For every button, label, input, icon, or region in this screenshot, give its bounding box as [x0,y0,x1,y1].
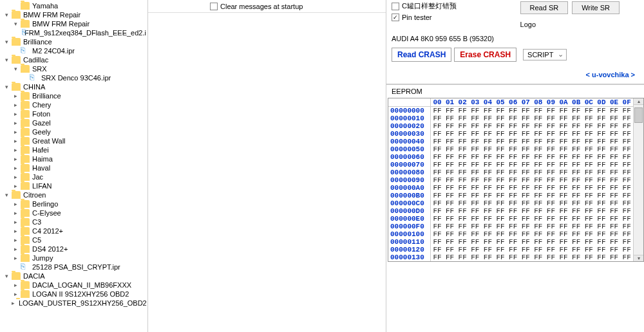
hex-byte[interactable]: FF [494,176,507,184]
hex-byte[interactable]: FF [519,184,532,192]
hex-byte[interactable]: FF [507,153,520,161]
hex-byte[interactable]: FF [570,122,583,130]
hex-row[interactable]: 000000B0FFFFFFFFFFFFFFFFFFFFFFFFFFFFFFFF [388,192,633,199]
toggle-icon[interactable]: ▾ [3,83,10,91]
hex-byte[interactable]: FF [557,199,570,207]
tree-folder[interactable]: ▸Geely [0,127,147,136]
erase-crash-button[interactable]: Erase CRASH [454,48,516,62]
hex-row[interactable]: 00000120FFFFFFFFFFFFFFFFFFFFFFFFFFFFFFFF [388,246,633,254]
toggle-icon[interactable]: ▾ [12,20,19,28]
hex-byte[interactable]: FF [595,130,608,138]
hex-byte[interactable]: FF [494,153,507,161]
tree-folder[interactable]: ▾Cadillac [0,55,147,64]
hex-byte[interactable]: FF [469,230,482,238]
hex-byte[interactable]: FF [494,192,507,199]
tree-view[interactable]: Yamaha▾BMW FRM Repair▾BMW FRM RepairFRM_… [0,0,148,332]
hex-byte[interactable]: FF [519,115,532,122]
hex-byte[interactable]: FF [494,122,507,130]
tree-folder[interactable]: ▸Berlingo [0,199,147,208]
toggle-icon[interactable]: ▾ [3,38,10,46]
hex-byte[interactable]: FF [532,122,545,130]
hex-byte[interactable]: FF [444,107,457,115]
hex-byte[interactable]: FF [557,207,570,215]
hex-byte[interactable]: FF [545,223,558,230]
hex-byte[interactable]: FF [595,207,608,215]
hex-byte[interactable]: FF [532,176,545,184]
hex-byte[interactable]: FF [482,199,495,207]
tree-folder[interactable]: ▸LOGAN_DUSTER_9S12XHY256_OBD2 [0,299,147,308]
hex-byte[interactable]: FF [444,207,457,215]
hex-byte[interactable]: FF [444,169,457,176]
hex-byte[interactable]: FF [582,230,595,238]
toggle-icon[interactable]: ▸ [12,119,19,127]
write-sr-button[interactable]: Write SR [572,1,620,14]
hex-byte[interactable]: FF [545,192,558,199]
hex-byte[interactable]: FF [557,223,570,230]
hex-byte[interactable]: FF [557,107,570,115]
hex-byte[interactable]: FF [545,130,558,138]
hex-byte[interactable]: FF [456,215,469,223]
author-link[interactable]: < u-vovchika > [392,62,639,80]
hex-byte[interactable]: FF [431,215,444,223]
hex-byte[interactable]: FF [482,122,495,130]
tree-folder[interactable]: ▸DS4 2012+ [0,244,147,254]
hex-byte[interactable]: FF [620,230,633,238]
hex-byte[interactable]: FF [469,223,482,230]
hex-row[interactable]: 00000030FFFFFFFFFFFFFFFFFFFFFFFFFFFFFFFF [388,130,633,138]
hex-byte[interactable]: FF [507,130,520,138]
hex-byte[interactable]: FF [608,215,621,223]
hex-byte[interactable]: FF [494,199,507,207]
hex-byte[interactable]: FF [620,145,633,153]
hex-byte[interactable]: FF [595,223,608,230]
hex-byte[interactable]: FF [431,153,444,161]
hex-byte[interactable]: FF [507,223,520,230]
hex-byte[interactable]: FF [608,145,621,153]
script-select[interactable]: SCRIPT [523,49,567,60]
hex-byte[interactable]: FF [482,107,495,115]
hex-byte[interactable]: FF [519,169,532,176]
hex-byte[interactable]: FF [545,230,558,238]
hex-byte[interactable]: FF [545,238,558,246]
hex-byte[interactable]: FF [469,153,482,161]
hex-byte[interactable]: FF [494,238,507,246]
hex-byte[interactable]: FF [444,153,457,161]
tree-folder[interactable]: ▸Jac [0,172,147,181]
hex-byte[interactable]: FF [595,215,608,223]
hex-byte[interactable]: FF [582,207,595,215]
toggle-icon[interactable]: ▸ [12,209,19,217]
hex-byte[interactable]: FF [494,215,507,223]
hex-row[interactable]: 00000090FFFFFFFFFFFFFFFFFFFFFFFFFFFFFFFF [388,176,633,184]
toggle-icon[interactable] [12,2,19,10]
toggle-icon[interactable]: ▸ [12,254,19,262]
hex-byte[interactable]: FF [557,138,570,145]
hex-byte[interactable]: FF [494,115,507,122]
hex-byte[interactable]: FF [456,115,469,122]
hex-byte[interactable]: FF [431,176,444,184]
hex-byte[interactable]: FF [519,215,532,223]
hex-row[interactable]: 00000080FFFFFFFFFFFFFFFFFFFFFFFFFFFFFFFF [388,169,633,176]
toggle-icon[interactable]: ▸ [12,299,15,307]
hex-byte[interactable]: FF [582,223,595,230]
tree-folder[interactable]: ▸LIFAN [0,181,147,190]
hex-byte[interactable]: FF [557,130,570,138]
hex-byte[interactable]: FF [456,130,469,138]
toggle-icon[interactable]: ▸ [12,173,19,181]
hex-byte[interactable]: FF [620,122,633,130]
hex-row[interactable]: 00000110FFFFFFFFFFFFFFFFFFFFFFFFFFFFFFFF [388,238,633,246]
hex-byte[interactable]: FF [507,122,520,130]
hex-byte[interactable]: FF [557,254,570,261]
hex-byte[interactable]: FF [608,138,621,145]
hex-byte[interactable]: FF [494,230,507,238]
hex-byte[interactable]: FF [595,184,608,192]
hex-byte[interactable]: FF [608,199,621,207]
hex-byte[interactable]: FF [570,246,583,254]
toggle-icon[interactable]: ▸ [12,200,19,208]
hex-byte[interactable]: FF [608,254,621,261]
hex-byte[interactable]: FF [545,145,558,153]
hex-byte[interactable]: FF [519,246,532,254]
hex-byte[interactable]: FF [519,107,532,115]
hex-byte[interactable]: FF [545,176,558,184]
tree-folder[interactable]: ▾SRX [0,64,147,73]
hex-byte[interactable]: FF [608,223,621,230]
hex-byte[interactable]: FF [532,130,545,138]
